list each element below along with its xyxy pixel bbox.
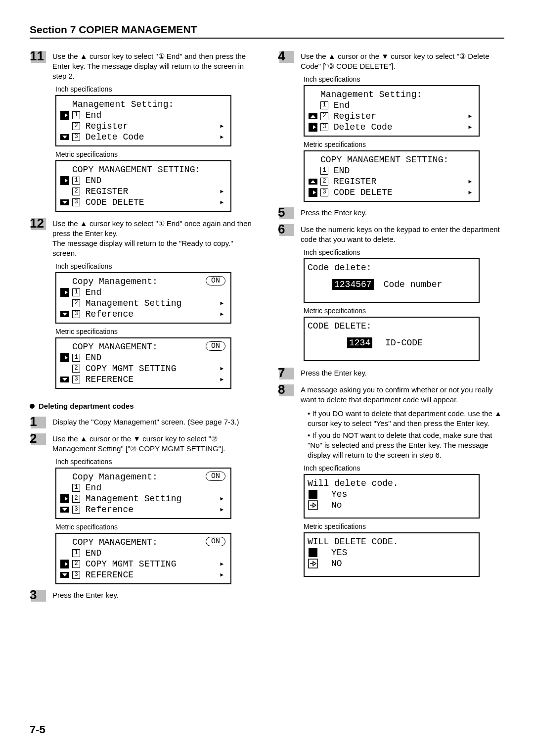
down-tri-icon	[59, 311, 70, 317]
cursor-icon	[59, 353, 70, 363]
bullet-icon	[30, 404, 35, 409]
down-tri-icon	[59, 134, 70, 140]
chevron-right-icon: ▶	[220, 309, 225, 320]
lcd-screen: WILL DELETE CODE. YES NO	[304, 532, 480, 577]
step-text: A message asking you to confirm whether …	[301, 383, 504, 405]
lcd-item: CODE DELETE	[86, 197, 144, 208]
lcd-title: COPY MANAGEMENT:	[59, 341, 225, 352]
step-number: 2	[30, 432, 49, 445]
lcd-screen: ON Copy Management: 1 End 2 Management S…	[55, 468, 231, 519]
lcd-item: REFERENCE	[86, 374, 134, 385]
chevron-right-icon: ▶	[220, 374, 225, 385]
spec-label: Inch specifications	[304, 464, 504, 472]
chevron-right-icon: ▶	[468, 187, 474, 198]
svg-rect-8	[309, 490, 317, 499]
subheading-deleting-codes: Deleting department codes	[30, 402, 256, 410]
on-badge: ON	[206, 537, 225, 546]
lcd-title: Copy Management:	[59, 276, 225, 287]
lcd-title: Will delete code.	[308, 478, 474, 489]
lcd-item: END	[86, 548, 101, 559]
svg-rect-9	[309, 548, 317, 557]
lcd-screen: CODE DELETE: 1234 ID-CODE	[304, 317, 480, 361]
step-7: 7 Press the Enter key.	[278, 366, 504, 379]
spec-label: Metric specifications	[55, 523, 256, 531]
lcd-item: NO	[331, 558, 342, 569]
lcd-item: Reference	[86, 309, 134, 320]
blank-icon	[308, 489, 318, 499]
code-label: Code number	[384, 279, 443, 290]
spec-label: Metric specifications	[55, 150, 256, 158]
step-11: 11 Use the ▲ cursor key to select "① End…	[30, 49, 256, 81]
lcd-item: CODE DELETE	[334, 187, 393, 198]
cursor-icon	[59, 110, 70, 120]
step-text: Press the Enter key.	[301, 206, 367, 218]
lcd-screen: ON COPY MANAGEMENT: 1 END 2 COPY MGMT SE…	[55, 337, 231, 389]
step-number: 5	[278, 206, 298, 219]
down-tri-icon	[59, 377, 70, 382]
lcd-screen: Management Setting: 1 End 2 Register▶ 3 …	[55, 95, 231, 146]
lcd-item: No	[331, 500, 342, 511]
lcd-item: End	[334, 100, 350, 111]
left-column: 11 Use the ▲ cursor key to select "① End…	[30, 49, 256, 605]
right-column: 4 Use the ▲ cursor or the ▼ cursor key t…	[278, 49, 504, 605]
spec-label: Metric specifications	[55, 328, 256, 335]
up-tri-icon	[308, 113, 318, 119]
code-value: 1234567	[332, 279, 374, 290]
lcd-item: END	[334, 165, 350, 176]
lcd-item: COPY MGMT SETTING	[86, 363, 177, 374]
step-12: 12 Use the ▲ cursor key to select "① End…	[30, 217, 256, 258]
lcd-screen: Management Setting: 1 End 2 Register▶ 3 …	[304, 85, 480, 137]
chevron-right-icon: ▶	[220, 493, 225, 504]
cursor-icon	[59, 287, 70, 297]
cursor-open-icon	[308, 559, 318, 568]
spec-label: Inch specifications	[55, 262, 256, 270]
lcd-item: Delete Code	[86, 132, 144, 142]
lcd-title: Management Setting:	[59, 99, 225, 110]
step-text: Use the numeric keys on the keypad to en…	[301, 223, 504, 244]
lcd-screen: Will delete code. Yes No	[304, 474, 480, 519]
chevron-right-icon: ▶	[220, 298, 225, 309]
step-number: 1	[30, 415, 49, 428]
cursor-icon	[308, 188, 318, 197]
delete-step-1: 1 Display the "Copy Management" screen. …	[30, 415, 256, 428]
lcd-title: COPY MANAGEMENT SETTING:	[308, 154, 474, 165]
step-number: 7	[278, 366, 298, 379]
chevron-right-icon: ▶	[468, 176, 474, 187]
on-badge: ON	[206, 276, 225, 285]
spec-label: Inch specifications	[55, 85, 256, 93]
step-text: Use the ▲ cursor key to select "① End" a…	[52, 49, 256, 81]
step-number: 11	[30, 49, 49, 62]
lcd-item: Register	[334, 111, 376, 122]
chevron-right-icon: ▶	[220, 197, 225, 208]
lcd-item: REFERENCE	[86, 569, 134, 580]
lcd-item: End	[86, 287, 101, 298]
step-text: Use the ▲ cursor or the ▼ cursor key to …	[52, 432, 256, 454]
lcd-item: Register	[86, 121, 128, 132]
lcd-title: Code delete:	[308, 262, 474, 273]
lcd-screen: COPY MANAGEMENT SETTING: 1 END 2 REGISTE…	[55, 160, 231, 212]
step-text: Use the ▲ cursor key to select "① End" o…	[52, 217, 256, 258]
step-number: 6	[278, 223, 298, 236]
step-6: 6 Use the numeric keys on the keypad to …	[278, 223, 504, 244]
section-title: Section 7 COPIER MANAGEMENT	[30, 24, 504, 39]
delete-step-3: 3 Press the Enter key.	[30, 588, 256, 601]
lcd-screen: Code delete: 1234567 Code number	[304, 258, 480, 303]
chevron-right-icon: ▶	[220, 363, 225, 374]
lcd-item: END	[86, 352, 101, 363]
cursor-icon	[308, 122, 318, 132]
lcd-item: YES	[331, 547, 347, 558]
lcd-item: Management Setting	[86, 298, 181, 309]
step-5: 5 Press the Enter key.	[278, 206, 504, 219]
lcd-screen: ON COPY MANAGEMENT: 1 END 2 COPY MGMT SE…	[55, 533, 231, 584]
chevron-right-icon: ▶	[220, 132, 225, 142]
step-text: Display the "Copy Management" screen. (S…	[52, 415, 239, 427]
lcd-item: END	[86, 175, 101, 186]
step-number: 8	[278, 383, 298, 396]
spec-label: Metric specifications	[304, 307, 504, 315]
page-number: 7-5	[30, 723, 45, 736]
step-number: 12	[30, 217, 49, 230]
spec-label: Inch specifications	[304, 75, 504, 83]
chevron-right-icon: ▶	[220, 504, 225, 515]
cursor-open-icon	[308, 500, 318, 510]
cursor-icon	[59, 559, 70, 569]
